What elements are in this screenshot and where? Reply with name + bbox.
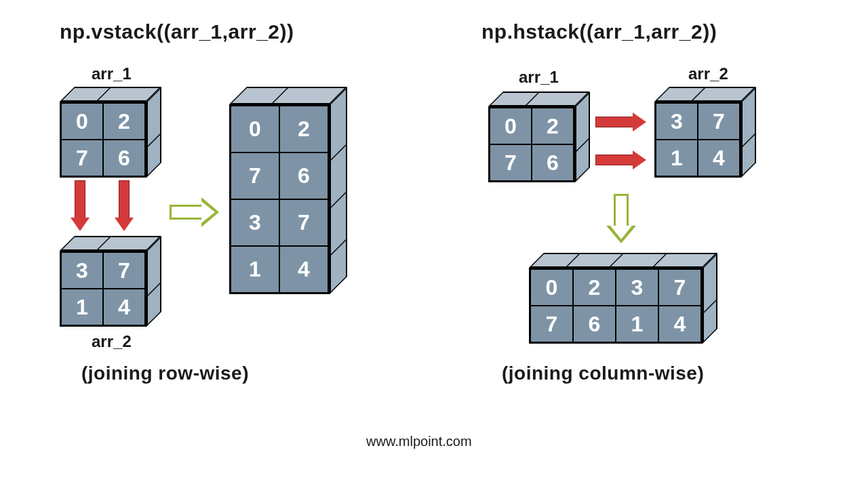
cell: 7 bbox=[490, 144, 532, 181]
cell: 3 bbox=[61, 252, 103, 289]
cell: 7 bbox=[231, 152, 279, 199]
cell: 1 bbox=[61, 289, 103, 325]
cell: 4 bbox=[103, 289, 145, 325]
cell: 2 bbox=[532, 108, 574, 144]
cell: 4 bbox=[658, 306, 701, 342]
cell: 7 bbox=[103, 252, 145, 289]
hstack-arr2-label: arr_2 bbox=[688, 64, 728, 83]
hstack-arr1-label: arr_1 bbox=[519, 68, 559, 87]
arrow-right-icon bbox=[595, 155, 635, 165]
cell: 7 bbox=[530, 306, 573, 342]
cell: 7 bbox=[279, 199, 328, 246]
cell: 1 bbox=[656, 140, 698, 176]
cell: 3 bbox=[616, 269, 658, 306]
cell: 6 bbox=[103, 140, 145, 176]
cell: 0 bbox=[231, 106, 279, 152]
arrow-down-icon bbox=[614, 194, 629, 228]
cell: 1 bbox=[616, 306, 658, 342]
arrow-right-icon bbox=[595, 117, 635, 127]
cell: 3 bbox=[656, 103, 698, 140]
arrow-down-icon bbox=[119, 180, 130, 220]
cell: 2 bbox=[103, 103, 145, 140]
cell: 1 bbox=[231, 246, 279, 293]
cell: 4 bbox=[279, 246, 328, 293]
cell: 4 bbox=[698, 140, 740, 176]
vstack-arr1-label: arr_1 bbox=[92, 64, 132, 83]
cell: 7 bbox=[658, 269, 701, 306]
cell: 6 bbox=[279, 152, 328, 199]
vstack-title: np.vstack((arr_1,arr_2)) bbox=[60, 20, 294, 43]
footer-credit: www.mlpoint.com bbox=[366, 434, 472, 449]
vstack-arr2-label: arr_2 bbox=[92, 332, 132, 351]
hstack-title: np.hstack((arr_1,arr_2)) bbox=[481, 20, 717, 43]
cell: 6 bbox=[573, 306, 616, 342]
cell: 2 bbox=[573, 269, 616, 306]
cell: 0 bbox=[530, 269, 573, 306]
cell: 0 bbox=[490, 108, 532, 144]
arrow-right-icon bbox=[170, 205, 203, 220]
cell: 6 bbox=[532, 144, 574, 181]
vstack-caption: (joining row-wise) bbox=[81, 363, 249, 384]
cell: 7 bbox=[698, 103, 740, 140]
cell: 7 bbox=[61, 140, 103, 176]
cell: 0 bbox=[61, 103, 103, 140]
arrow-down-icon bbox=[75, 180, 85, 220]
cell: 3 bbox=[231, 199, 279, 246]
cell: 2 bbox=[279, 106, 328, 152]
hstack-caption: (joining column-wise) bbox=[502, 363, 704, 384]
